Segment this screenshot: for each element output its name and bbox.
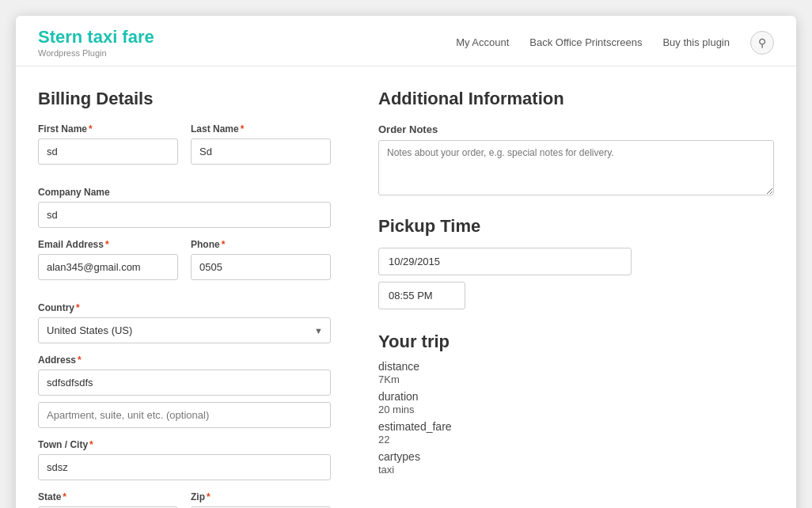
first-name-group: First Name*	[38, 123, 178, 165]
state-label: State*	[38, 491, 178, 502]
content-area: Billing Details First Name* Last Name*	[16, 66, 796, 508]
address2-input[interactable]	[38, 402, 331, 428]
email-label: Email Address*	[38, 239, 178, 250]
trip-fields: distance7Kmduration20 minsestimated_fare…	[378, 360, 774, 476]
company-name-label: Company Name	[38, 187, 331, 198]
trip-field-value: 7Km	[378, 373, 774, 385]
city-input[interactable]	[38, 454, 331, 480]
trip-field-name: distance	[378, 360, 774, 373]
last-name-group: Last Name*	[191, 123, 331, 165]
first-name-label: First Name*	[38, 123, 178, 135]
country-select-wrapper: United States (US) ▼	[38, 317, 331, 343]
nav-back-office[interactable]: Back Office Printscreens	[529, 36, 642, 48]
phone-group: Phone*	[191, 239, 331, 280]
billing-section: Billing Details First Name* Last Name*	[38, 89, 331, 508]
additional-info-section: Additional Information Order Notes	[378, 89, 774, 199]
zip-label: Zip*	[191, 491, 331, 502]
email-input[interactable]	[38, 254, 178, 280]
address-label: Address*	[38, 354, 331, 366]
order-notes-textarea[interactable]	[378, 140, 774, 195]
phone-label: Phone*	[191, 239, 331, 250]
trip-field-value: taxi	[378, 464, 774, 476]
your-trip-section: Your trip distance7Kmduration20 minsesti…	[378, 332, 774, 476]
header: Stern taxi fare Wordpress Plugin My Acco…	[16, 16, 796, 66]
company-name-input[interactable]	[38, 202, 331, 228]
additional-info-title: Additional Information	[378, 89, 774, 109]
right-column: Additional Information Order Notes Picku…	[378, 89, 774, 508]
order-notes-label: Order Notes	[378, 123, 774, 135]
address-group: Address*	[38, 354, 331, 428]
logo-title: Stern taxi fare	[38, 27, 154, 47]
city-label: Town / City*	[38, 439, 331, 450]
nav-my-account[interactable]: My Account	[456, 36, 509, 48]
email-group: Email Address*	[38, 239, 178, 280]
last-name-label: Last Name*	[191, 123, 331, 135]
nav-links: My Account Back Office Printscreens Buy …	[456, 31, 774, 55]
country-group: Country* United States (US) ▼	[38, 302, 331, 343]
logo-subtitle: Wordpress Plugin	[38, 48, 154, 58]
search-button[interactable]: ⚲	[750, 31, 774, 55]
trip-field-name: cartypes	[378, 450, 774, 463]
your-trip-title: Your trip	[378, 332, 774, 352]
zip-group: Zip*	[191, 491, 331, 508]
address-input[interactable]	[38, 370, 331, 396]
logo-area: Stern taxi fare Wordpress Plugin	[38, 27, 154, 58]
company-name-group: Company Name	[38, 187, 331, 228]
phone-input[interactable]	[191, 254, 331, 280]
first-name-input[interactable]	[38, 138, 178, 165]
last-name-input[interactable]	[191, 138, 331, 165]
search-icon: ⚲	[758, 36, 766, 49]
date-input[interactable]	[378, 248, 632, 275]
nav-buy-plugin[interactable]: Buy this plugin	[662, 36, 730, 48]
city-group: Town / City*	[38, 439, 331, 480]
state-group: State*	[38, 491, 178, 508]
country-select[interactable]: United States (US)	[38, 317, 331, 343]
trip-field-name: duration	[378, 390, 774, 403]
name-row: First Name* Last Name*	[38, 123, 331, 176]
state-zip-row: State* Zip*	[38, 491, 331, 508]
country-label: Country*	[38, 302, 331, 313]
trip-field-value: 22	[378, 434, 774, 445]
pickup-section: Pickup Time	[378, 216, 774, 309]
time-input[interactable]	[378, 282, 465, 309]
email-phone-row: Email Address* Phone*	[38, 239, 331, 291]
trip-field-value: 20 mins	[378, 404, 774, 415]
billing-title: Billing Details	[38, 89, 331, 109]
trip-field-name: estimated_fare	[378, 420, 774, 433]
pickup-title: Pickup Time	[378, 216, 774, 237]
